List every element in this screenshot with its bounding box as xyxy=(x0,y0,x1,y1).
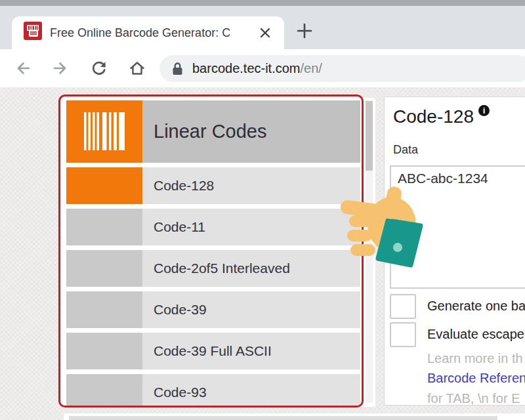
barcode-settings-panel: Code-128i Data ABC-abc-1234 Generate one… xyxy=(384,96,525,406)
sidebar-header-linear-codes[interactable]: Linear Codes xyxy=(66,100,360,163)
reload-icon[interactable] xyxy=(91,60,108,77)
panel-title: Code-128i xyxy=(393,105,490,127)
sidebar-item-label: Code-39 xyxy=(154,291,207,328)
sidebar-item-code-93[interactable]: Code-93 xyxy=(66,374,360,407)
next-category-card xyxy=(64,413,525,420)
item-color-block xyxy=(66,333,142,369)
barcode-category-list: Linear Codes Code-128 Code-11 Code-2of5 … xyxy=(61,98,375,407)
browser-toolbar: barcode.tec-it.com/en/ xyxy=(0,49,525,87)
generate-one-checkbox[interactable] xyxy=(390,294,416,319)
tab-title-fade xyxy=(228,16,256,49)
sidebar-item-code-128[interactable]: Code-128 xyxy=(66,167,360,204)
panel-title-text: Code-128 xyxy=(393,106,474,127)
window-top-edge xyxy=(0,0,525,6)
sidebar-item-label: Code-11 xyxy=(154,209,205,245)
sidebar-item-label: Code-39 Full ASCII xyxy=(154,333,272,369)
item-color-block xyxy=(66,209,142,245)
data-field-label: Data xyxy=(393,143,418,157)
sidebar-item-label: Code-128 xyxy=(154,167,214,204)
browser-tab[interactable]: Free Online Barcode Generator: C xyxy=(12,16,284,49)
sidebar-item-label: Code-93 xyxy=(154,374,207,407)
barcode-icon xyxy=(83,112,125,150)
sidebar-scrollbar-thumb[interactable] xyxy=(366,101,373,171)
sidebar-item-code-39-full-ascii[interactable]: Code-39 Full ASCII xyxy=(66,333,360,369)
sidebar-item-label: Code-2of5 Interleaved xyxy=(154,250,290,287)
new-tab-button[interactable] xyxy=(295,22,314,40)
help-text-line2: for TAB, \n for E xyxy=(427,391,520,406)
url-text: barcode.tec-it.com/en/ xyxy=(192,55,322,82)
item-color-block xyxy=(66,250,142,287)
tab-title: Free Online Barcode Generator: C xyxy=(50,16,255,49)
url-path: /en/ xyxy=(301,61,322,75)
sidebar-item-code-11[interactable]: Code-11 xyxy=(66,209,360,245)
tab-bar: Free Online Barcode Generator: C xyxy=(0,6,525,49)
item-color-block xyxy=(66,167,142,204)
address-bar[interactable]: barcode.tec-it.com/en/ xyxy=(159,55,525,82)
sidebar-item-code-2of5-interleaved[interactable]: Code-2of5 Interleaved xyxy=(66,250,360,287)
data-input[interactable]: ABC-abc-1234 xyxy=(390,165,525,289)
info-icon[interactable]: i xyxy=(478,105,490,116)
site-favicon-icon xyxy=(24,22,42,40)
item-color-block xyxy=(66,374,142,407)
evaluate-escape-checkbox[interactable] xyxy=(390,322,416,347)
evaluate-escape-label[interactable]: Evaluate escape xyxy=(427,327,524,342)
item-color-block xyxy=(66,291,142,328)
sidebar-item-code-39[interactable]: Code-39 xyxy=(66,291,360,328)
browser-window: Free Online Barcode Generator: C xyxy=(0,0,525,420)
linear-codes-color-block xyxy=(66,100,142,163)
back-icon[interactable] xyxy=(14,60,32,77)
forward-icon[interactable] xyxy=(52,60,69,77)
barcode-reference-link[interactable]: Barcode Referen xyxy=(427,371,525,386)
secure-lock-icon[interactable] xyxy=(172,62,183,75)
sidebar-header-label: Linear Codes xyxy=(154,100,267,163)
help-text-line1: Learn more in th xyxy=(427,351,523,366)
generate-one-label[interactable]: Generate one ba xyxy=(427,299,525,314)
url-host: barcode.tec-it.com xyxy=(192,61,301,75)
next-category-header-bar[interactable] xyxy=(69,416,497,420)
tab-close-icon[interactable] xyxy=(257,25,273,41)
home-icon[interactable] xyxy=(129,60,146,77)
